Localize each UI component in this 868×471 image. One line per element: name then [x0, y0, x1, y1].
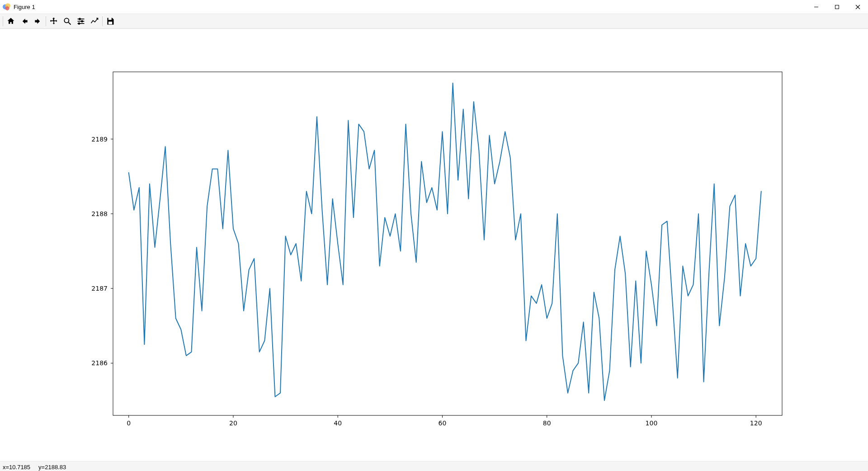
y-tick-label: 2188 [91, 210, 108, 217]
pan-button[interactable] [47, 15, 61, 28]
svg-rect-16 [108, 22, 112, 24]
data-line [129, 83, 761, 400]
line-chart[interactable]: 0204060801001202186218721882189 [0, 29, 868, 461]
status-bar: x=10.7185 y=2188.83 [0, 461, 868, 471]
window-titlebar: Figure 1 [0, 0, 868, 14]
app-icon [3, 3, 11, 11]
x-tick-label: 100 [646, 419, 658, 427]
toolbar-separator [3, 16, 3, 26]
svg-line-8 [69, 23, 71, 25]
svg-point-14 [78, 23, 80, 24]
axes-frame [113, 72, 782, 415]
svg-point-7 [64, 18, 69, 23]
svg-point-2 [5, 6, 9, 10]
back-button[interactable] [18, 15, 31, 28]
toolbar-separator [46, 16, 46, 26]
window-close-button[interactable] [847, 0, 868, 14]
home-button[interactable] [4, 15, 18, 28]
toolbar-separator [102, 16, 103, 26]
cursor-x-readout: x=10.7185 [3, 464, 30, 471]
svg-point-10 [79, 18, 80, 19]
y-tick-label: 2187 [91, 285, 108, 292]
x-tick-label: 120 [750, 419, 762, 427]
svg-rect-4 [835, 5, 839, 9]
edit-axes-button[interactable] [88, 15, 101, 28]
window-minimize-button[interactable] [806, 0, 826, 14]
matplotlib-toolbar [0, 14, 868, 29]
y-tick-label: 2186 [91, 359, 108, 367]
x-tick-label: 40 [334, 419, 342, 427]
x-tick-label: 80 [543, 419, 551, 427]
figure-canvas[interactable]: 0204060801001202186218721882189 [0, 29, 868, 461]
svg-rect-15 [108, 18, 112, 20]
window-maximize-button[interactable] [826, 0, 847, 14]
x-tick-label: 60 [439, 419, 447, 427]
cursor-y-readout: y=2188.83 [38, 464, 66, 471]
x-tick-label: 20 [229, 419, 237, 427]
zoom-button[interactable] [61, 15, 74, 28]
configure-subplots-button[interactable] [74, 15, 88, 28]
y-tick-label: 2189 [91, 136, 108, 143]
save-figure-button[interactable] [104, 15, 117, 28]
window-title: Figure 1 [14, 4, 35, 10]
forward-button[interactable] [31, 15, 45, 28]
svg-point-12 [81, 20, 83, 22]
x-tick-label: 0 [127, 419, 131, 427]
